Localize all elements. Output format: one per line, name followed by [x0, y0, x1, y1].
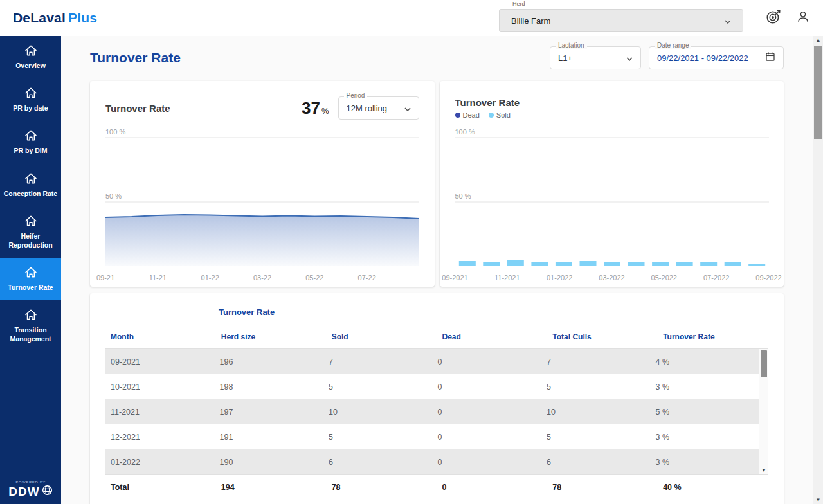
legend-item-dead[interactable]: Dead	[455, 111, 480, 119]
lactation-select-value: L1+	[558, 53, 626, 63]
table-row: 01-20221906063 %	[105, 449, 759, 474]
table-card: Turnover Rate MonthHerd sizeSoldDeadTota…	[90, 293, 784, 504]
legend-item-sold[interactable]: Sold	[489, 111, 511, 119]
sidebar-item-conception-rate[interactable]: Conception Rate	[0, 164, 61, 206]
top-header: DeLavalPlus Herd Billie Farm	[0, 0, 823, 36]
sidebar: OverviewPR by datePR by DIMConception Ra…	[0, 36, 61, 504]
sidebar-item-pr-by-date[interactable]: PR by date	[0, 78, 61, 121]
sidebar-item-label: Turnover Rate	[8, 283, 53, 292]
table-cell: 3 %	[651, 433, 760, 442]
sidebar-item-label: Overview	[15, 61, 46, 70]
sidebar-item-transition-management[interactable]: Transition Management	[0, 300, 61, 352]
legend-label: Dead	[463, 111, 480, 119]
legend-dot	[489, 113, 494, 118]
y-axis-label: 50 %	[105, 192, 122, 200]
sold-bar	[579, 261, 596, 266]
x-axis-label: 11-21	[149, 274, 167, 282]
x-axis-label: 09-2021	[442, 274, 467, 282]
globe-icon	[42, 485, 53, 499]
table-body: 09-20211967074 %10-20211985053 %11-20211…	[105, 349, 759, 474]
table-cell: 196	[215, 357, 324, 366]
date-range-label: Date range	[655, 42, 691, 49]
table-scrollbar-down-arrow[interactable]: ▼	[759, 467, 768, 474]
monthly-chart-card: Turnover Rate DeadSold 100 %50 % 09-2021…	[440, 81, 784, 287]
period-select[interactable]: Period 12M rolling	[338, 96, 419, 120]
sidebar-item-label: PR by DIM	[14, 146, 48, 155]
dartboard-icon	[765, 8, 782, 28]
table-scrollbar[interactable]: ▼	[759, 349, 768, 474]
herd-select[interactable]: Herd Billie Farm	[499, 9, 743, 32]
lactation-select-label: Lactation	[556, 42, 587, 49]
table-total-row: Total1947807840 %	[105, 474, 768, 500]
table-cell: 11-2021	[105, 408, 215, 417]
table-cell: 0	[433, 408, 542, 417]
turnover-kpi: 37 %	[302, 98, 329, 118]
y-axis-label: 100 %	[455, 128, 475, 136]
ddw-brand-text: DDW	[8, 485, 39, 499]
y-axis-label: 100 %	[105, 128, 125, 136]
sidebar-item-label: PR by date	[13, 104, 48, 113]
table-scrollbar-thumb[interactable]	[761, 350, 767, 377]
sold-bar	[531, 262, 548, 266]
sidebar-item-heifer-reproduction[interactable]: Heifer Reproduction	[0, 206, 61, 258]
table-cell: 5	[541, 382, 651, 392]
page-scrollbar-up-arrow[interactable]: ▲	[813, 37, 823, 43]
table-row: 09-20211967074 %	[105, 349, 759, 374]
table-column-header: Month	[105, 332, 216, 341]
page-scrollbar[interactable]: ▲ ▼	[813, 36, 823, 504]
x-axis-label: 11-2021	[494, 274, 520, 282]
home-icon	[24, 309, 37, 321]
table-cell: 0	[433, 458, 542, 467]
sold-bar	[628, 262, 644, 266]
table-cell: 4 %	[651, 357, 760, 366]
table-cell: 190	[215, 458, 324, 467]
table-total-cell: 194	[216, 483, 327, 492]
logo-primary: DeLaval	[13, 10, 66, 25]
table-cell: 6	[323, 458, 433, 467]
table-cell: 5	[323, 382, 433, 392]
herd-select-value: Billie Farm	[511, 16, 725, 26]
table-cell: 10-2021	[105, 382, 215, 392]
powered-by-logo: POWERED BY DDW	[0, 480, 61, 504]
lactation-select[interactable]: Lactation L1+	[550, 46, 641, 69]
chart-canvas	[105, 129, 419, 267]
dartboard-icon-button[interactable]	[763, 7, 784, 29]
y-axis-label: 50 %	[455, 192, 471, 200]
powered-by-label: POWERED BY	[15, 480, 46, 484]
home-icon	[24, 215, 37, 227]
sidebar-item-label: Transition Management	[3, 325, 58, 343]
table-row: 11-2021197100105 %	[105, 399, 759, 424]
table-cell: 6	[541, 458, 651, 467]
user-profile-button[interactable]	[792, 7, 814, 29]
x-axis-label: 07-2022	[703, 274, 729, 282]
page-scrollbar-thumb[interactable]	[814, 46, 822, 139]
x-axis-label: 05-22	[305, 274, 323, 282]
table-header-row: MonthHerd sizeSoldDeadTotal CullsTurnove…	[105, 327, 768, 349]
chevron-down-icon	[404, 102, 411, 114]
area-fill	[105, 215, 419, 266]
monthly-chart-title: Turnover Rate	[455, 97, 520, 108]
table-cell: 10	[323, 408, 433, 417]
rolling-chart-x-axis: 09-2111-2101-2203-2205-2207-22	[105, 271, 419, 284]
sidebar-item-turnover-rate[interactable]: Turnover Rate	[0, 258, 61, 300]
rolling-chart-title: Turnover Rate	[105, 103, 170, 114]
sidebar-item-overview[interactable]: Overview	[0, 36, 61, 78]
legend-label: Sold	[496, 111, 511, 119]
sold-bar	[748, 264, 765, 266]
monthly-chart-x-axis: 09-202111-202101-202203-202205-202207-20…	[455, 271, 769, 284]
table-cell: 5	[323, 433, 433, 442]
period-select-value: 12M rolling	[347, 104, 404, 113]
x-axis-label: 03-2022	[599, 274, 624, 282]
table-cell: 5	[541, 433, 651, 442]
table-total-cell: 78	[547, 483, 658, 492]
date-range-input[interactable]: Date range 09/22/2021 - 09/22/2022	[649, 46, 784, 69]
table-cell: 01-2022	[105, 458, 215, 467]
sidebar-item-pr-by-dim[interactable]: PR by DIM	[0, 121, 61, 163]
sidebar-item-label: Heifer Reproduction	[3, 231, 58, 249]
sold-bar	[458, 261, 475, 266]
x-axis-label: 09-2022	[755, 274, 781, 282]
date-range-value: 09/22/2021 - 09/22/2022	[657, 53, 765, 63]
page-scrollbar-down-arrow[interactable]: ▼	[813, 497, 823, 503]
home-icon	[24, 129, 37, 141]
table-column-header: Dead	[437, 332, 547, 341]
